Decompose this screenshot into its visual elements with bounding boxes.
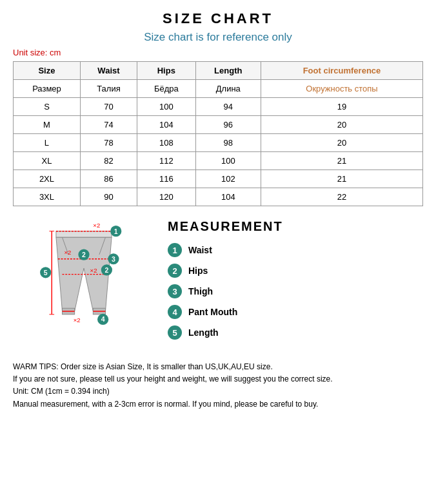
table-cell: 112 bbox=[137, 152, 196, 170]
table-row: L781089820 bbox=[14, 134, 423, 152]
legend-item: 5 Length bbox=[168, 325, 423, 340]
svg-text:2: 2 bbox=[82, 251, 86, 258]
table-row: S701009419 bbox=[14, 98, 423, 116]
table-cell: L bbox=[14, 134, 81, 152]
legend-item: 3 Thigh bbox=[168, 284, 423, 298]
legend-label: Hips bbox=[188, 266, 208, 276]
table-header-ru: Размер Талия Бёдра Длина Окружность стоп… bbox=[14, 80, 423, 98]
legend-number: 2 bbox=[168, 264, 182, 278]
table-cell: XL bbox=[14, 152, 81, 170]
table-cell: 82 bbox=[80, 152, 137, 170]
table-row: 3XL9012010422 bbox=[14, 188, 423, 206]
page-title: SIZE CHART bbox=[13, 10, 423, 27]
svg-rect-0 bbox=[56, 231, 112, 238]
table-cell: 19 bbox=[261, 98, 422, 116]
table-row: XL8211210021 bbox=[14, 152, 423, 170]
col-length-ru: Длина bbox=[195, 80, 261, 98]
table-cell: 104 bbox=[137, 116, 196, 134]
table-cell: 21 bbox=[261, 152, 422, 170]
table-cell: 102 bbox=[195, 170, 261, 188]
table-cell: 100 bbox=[137, 98, 196, 116]
legend-item: 4 Pant Mouth bbox=[168, 305, 423, 319]
table-cell: 74 bbox=[80, 116, 137, 134]
col-length: Length bbox=[195, 62, 261, 80]
table-cell: 104 bbox=[195, 188, 261, 206]
svg-text:×2: ×2 bbox=[64, 249, 71, 256]
table-cell: 94 bbox=[195, 98, 261, 116]
table-cell: 108 bbox=[137, 134, 196, 152]
legend-label: Thigh bbox=[188, 286, 213, 296]
table-cell: 22 bbox=[261, 188, 422, 206]
svg-text:5: 5 bbox=[44, 269, 48, 276]
table-cell: 116 bbox=[137, 170, 196, 188]
table-cell: 20 bbox=[261, 134, 422, 152]
legend-item: 2 Hips bbox=[168, 264, 423, 278]
measurement-title: MEASUREMENT bbox=[168, 219, 423, 234]
svg-text:×2: ×2 bbox=[93, 222, 100, 229]
table-cell: 98 bbox=[195, 134, 261, 152]
svg-text:×2: ×2 bbox=[74, 316, 81, 324]
table-header-en: Size Waist Hips Length Foot circumferenc… bbox=[14, 62, 423, 80]
table-cell: 86 bbox=[80, 170, 137, 188]
warm-tips: WARM TIPS: Order size is Asian Size, It … bbox=[13, 361, 423, 411]
col-waist: Waist bbox=[80, 62, 137, 80]
col-foot-ru: Окружность стопы bbox=[261, 80, 422, 98]
table-cell: 120 bbox=[137, 188, 196, 206]
svg-text:3: 3 bbox=[112, 255, 115, 263]
table-cell: 96 bbox=[195, 116, 261, 134]
table-cell: 78 bbox=[80, 134, 137, 152]
table-row: 2XL8611610221 bbox=[14, 170, 423, 188]
col-size-ru: Размер bbox=[14, 80, 81, 98]
legend-number: 4 bbox=[168, 305, 182, 319]
subtitle: Size chart is for reference only bbox=[13, 31, 423, 44]
table-cell: S bbox=[14, 98, 81, 116]
legend-number: 3 bbox=[168, 284, 182, 298]
legend-number: 1 bbox=[168, 243, 182, 257]
table-cell: 100 bbox=[195, 152, 261, 170]
size-chart-table: Size Waist Hips Length Foot circumferenc… bbox=[13, 61, 423, 206]
legend-item: 1 Waist bbox=[168, 243, 423, 257]
unit-label: Unit size: cm bbox=[13, 48, 423, 57]
svg-text:2: 2 bbox=[104, 266, 108, 274]
svg-text:1: 1 bbox=[114, 228, 118, 235]
table-cell: 3XL bbox=[14, 188, 81, 206]
table-cell: 90 bbox=[80, 188, 137, 206]
svg-text:×2: ×2 bbox=[90, 267, 97, 274]
col-size: Size bbox=[14, 62, 81, 80]
col-waist-ru: Талия bbox=[80, 80, 137, 98]
legend-label: Pant Mouth bbox=[188, 307, 237, 317]
legend-label: Length bbox=[188, 327, 219, 338]
measurement-legend: MEASUREMENT 1 Waist 2 Hips 3 Thigh 4 Pan… bbox=[155, 213, 423, 346]
col-hips: Hips bbox=[137, 62, 196, 80]
legend-number: 5 bbox=[168, 325, 182, 340]
table-cell: 2XL bbox=[14, 170, 81, 188]
table-cell: M bbox=[14, 116, 81, 134]
diagram: 1 ×2 2 ×2 2 ×2 3 4 ×2 5 bbox=[13, 213, 155, 354]
svg-text:4: 4 bbox=[101, 315, 105, 323]
table-cell: 70 bbox=[80, 98, 137, 116]
measurement-section: 1 ×2 2 ×2 2 ×2 3 4 ×2 5 M bbox=[13, 213, 423, 354]
col-hips-ru: Бёдра bbox=[137, 80, 196, 98]
col-foot: Foot circumference bbox=[261, 62, 422, 80]
legend-label: Waist bbox=[188, 245, 212, 255]
table-cell: 20 bbox=[261, 116, 422, 134]
table-cell: 21 bbox=[261, 170, 422, 188]
table-row: M741049620 bbox=[14, 116, 423, 134]
